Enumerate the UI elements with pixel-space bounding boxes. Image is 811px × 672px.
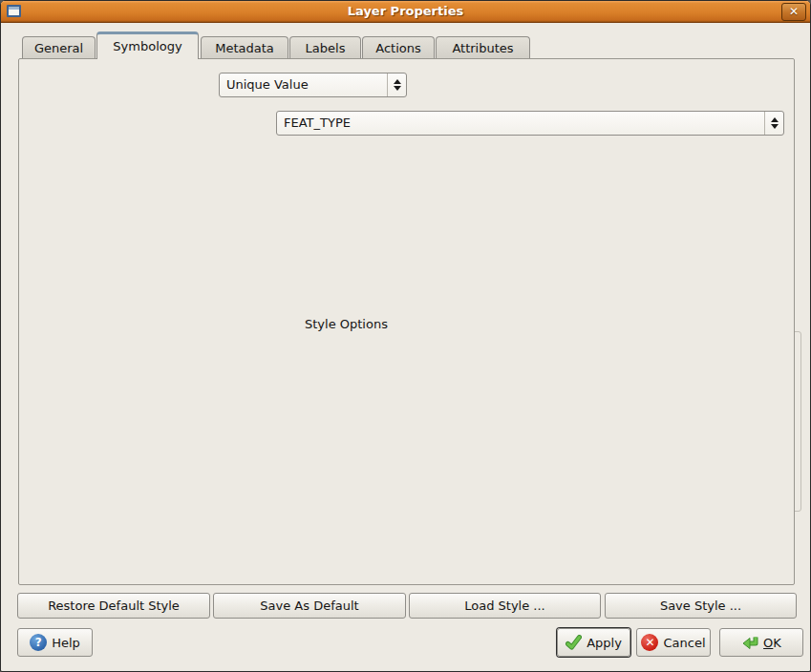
- ok-button[interactable]: OK: [719, 628, 803, 657]
- style-options-title: Style Options: [300, 317, 393, 331]
- titlebar[interactable]: Layer Properties ✕: [1, 1, 810, 23]
- help-button[interactable]: ? Help: [17, 628, 93, 657]
- tab-attributes[interactable]: Attributes: [436, 36, 530, 59]
- layer-properties-dialog: Layer Properties ✕ General Symbology Met…: [0, 0, 811, 672]
- close-button[interactable]: ✕: [781, 3, 806, 21]
- chevron-updown-icon[interactable]: [764, 112, 783, 135]
- help-icon: ?: [30, 634, 47, 651]
- tab-metadata[interactable]: Metadata: [201, 36, 288, 59]
- chevron-updown-icon[interactable]: [387, 74, 406, 96]
- symbology-panel: [18, 58, 795, 585]
- tab-actions[interactable]: Actions: [362, 36, 435, 59]
- apply-button[interactable]: Apply: [557, 628, 630, 657]
- legend-type-value: Unique Value: [226, 77, 309, 92]
- classification-field-value: FEAT_TYPE: [284, 116, 351, 130]
- load-style-button[interactable]: Load Style ...: [409, 593, 601, 619]
- classification-field-combobox[interactable]: FEAT_TYPE: [276, 111, 784, 136]
- tab-labels[interactable]: Labels: [289, 36, 361, 59]
- tab-general[interactable]: General: [22, 36, 96, 59]
- checkmark-icon: [566, 635, 582, 650]
- save-style-button[interactable]: Save Style ...: [605, 593, 797, 619]
- return-arrow-icon: [741, 635, 758, 651]
- window-title: Layer Properties: [1, 4, 810, 18]
- tab-symbology[interactable]: Symbology: [96, 32, 199, 59]
- cancel-x-icon: ✕: [641, 634, 658, 651]
- restore-default-style-button[interactable]: Restore Default Style: [17, 593, 210, 619]
- save-as-default-button[interactable]: Save As Default: [213, 593, 406, 619]
- legend-type-combobox[interactable]: Unique Value: [219, 73, 407, 97]
- cancel-button[interactable]: ✕ Cancel: [636, 628, 711, 657]
